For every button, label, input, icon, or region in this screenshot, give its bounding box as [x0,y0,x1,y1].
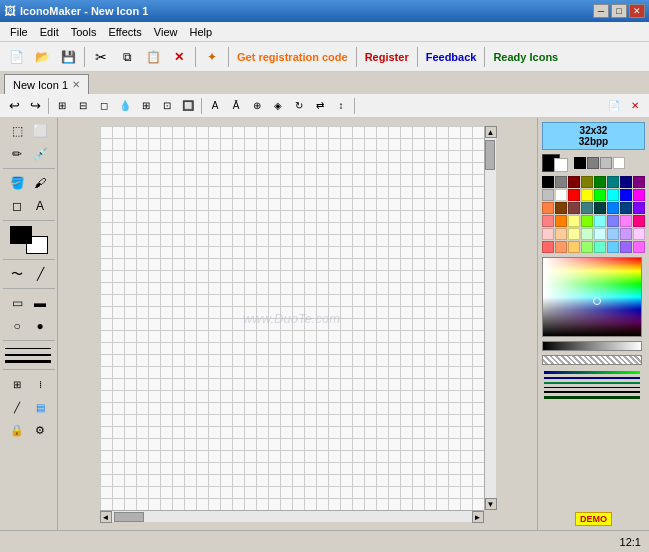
toolbar-cut[interactable]: ✂ [89,46,113,68]
palette-cell-0[interactable] [542,176,554,188]
transform-tool4[interactable]: ◈ [268,96,288,116]
select-rect-tool[interactable]: ⬚ [6,120,28,142]
vertical-scrollbar[interactable]: ▲ ▼ [484,126,496,510]
h-scroll-thumb[interactable] [114,512,144,522]
palette-cell-25[interactable] [555,215,567,227]
eraser-tool[interactable]: ◻ [6,195,28,217]
register-link[interactable]: Register [361,51,413,63]
toolbar-open[interactable]: 📂 [30,46,54,68]
palette-cell-40[interactable] [542,241,554,253]
transform-tool1[interactable]: A [205,96,225,116]
v-scroll-thumb[interactable] [485,140,495,170]
palette-cell-35[interactable] [581,228,593,240]
dots-tool[interactable]: ⁞ [29,373,51,395]
rect-fill-tool[interactable]: ▬ [29,292,51,314]
palette-cell-11[interactable] [581,189,593,201]
menu-view[interactable]: View [148,24,184,40]
palette-cell-9[interactable] [555,189,567,201]
scroll-down-btn[interactable]: ▼ [485,498,497,510]
transform-tool5[interactable]: ↻ [289,96,309,116]
line-sample-2[interactable] [544,377,640,379]
fg-color-swatch[interactable] [10,226,32,244]
palette-cell-5[interactable] [607,176,619,188]
tab-close-icon[interactable]: ✕ [72,79,80,90]
transform-tool7[interactable]: ↕ [331,96,351,116]
tab-icon1[interactable]: New Icon 1 ✕ [4,74,89,94]
view-tool6[interactable]: ⊡ [157,96,177,116]
toolbar-paste[interactable]: 📋 [141,46,165,68]
view-tool5[interactable]: ⊞ [136,96,156,116]
pencil-tool[interactable]: ✏ [6,143,28,165]
undo-button[interactable]: ↩ [4,96,24,116]
bg-box-tool[interactable]: ▤ [29,396,51,418]
ellipse-fill-tool[interactable]: ● [29,315,51,337]
palette-cell-20[interactable] [594,202,606,214]
toolbar-new[interactable]: 📄 [4,46,28,68]
redo-button[interactable]: ↪ [25,96,45,116]
palette-cell-37[interactable] [607,228,619,240]
view-tool4[interactable]: 💧 [115,96,135,116]
pixel-canvas[interactable]: www.DuoTe.com [100,126,484,510]
transform-tool2[interactable]: Ā [226,96,246,116]
line-sample-5[interactable] [544,391,640,393]
palette-gray[interactable] [587,157,599,169]
palette-cell-29[interactable] [607,215,619,227]
maximize-button[interactable]: □ [611,4,627,18]
toolbar-copy[interactable]: ⧉ [115,46,139,68]
curve-tool[interactable]: 〜 [6,263,28,285]
palette-cell-41[interactable] [555,241,567,253]
palette-cell-42[interactable] [568,241,580,253]
line-sample-4[interactable] [544,387,640,388]
palette-cell-4[interactable] [594,176,606,188]
menu-help[interactable]: Help [183,24,218,40]
line-width-3[interactable] [5,360,51,363]
paint-tool[interactable]: 🖌 [29,172,51,194]
palette-cell-47[interactable] [633,241,645,253]
line-sample-1[interactable] [544,371,640,374]
ready-icons-link[interactable]: Ready Icons [489,51,562,63]
toolbar-magic[interactable]: ✦ [200,46,224,68]
palette-cell-45[interactable] [607,241,619,253]
grayscale-bar[interactable] [542,341,642,351]
transform-tool6[interactable]: ⇄ [310,96,330,116]
scroll-up-btn[interactable]: ▲ [485,126,497,138]
palette-cell-16[interactable] [542,202,554,214]
menu-tools[interactable]: Tools [65,24,103,40]
line-sample-6[interactable] [544,396,640,399]
registration-link[interactable]: Get registration code [233,51,352,63]
transform-tool3[interactable]: ⊕ [247,96,267,116]
menu-effects[interactable]: Effects [102,24,147,40]
palette-cell-1[interactable] [555,176,567,188]
palette-cell-26[interactable] [568,215,580,227]
lock-tool[interactable]: 🔒 [6,419,28,441]
toolbar-save[interactable]: 💾 [56,46,80,68]
scroll-right-btn[interactable]: ► [472,511,484,523]
select-free-tool[interactable]: ⬜ [29,120,51,142]
eyedrop-tool[interactable]: 💉 [29,143,51,165]
line-tool[interactable]: ╱ [29,263,51,285]
palette-cell-2[interactable] [568,176,580,188]
palette-cell-19[interactable] [581,202,593,214]
text-tool[interactable]: A [29,195,51,217]
palette-cell-7[interactable] [633,176,645,188]
palette-cell-3[interactable] [581,176,593,188]
palette-cell-38[interactable] [620,228,632,240]
palette-white[interactable] [613,157,625,169]
rect-tool[interactable]: ▭ [6,292,28,314]
close-tool[interactable]: ✕ [625,96,645,116]
feedback-link[interactable]: Feedback [422,51,481,63]
palette-silver[interactable] [600,157,612,169]
palette-cell-36[interactable] [594,228,606,240]
palette-cell-15[interactable] [633,189,645,201]
palette-cell-24[interactable] [542,215,554,227]
stroke-tool[interactable]: ╱ [6,396,28,418]
palette-cell-6[interactable] [620,176,632,188]
settings-tool[interactable]: ⚙ [29,419,51,441]
palette-cell-23[interactable] [633,202,645,214]
palette-cell-28[interactable] [594,215,606,227]
palette-black[interactable] [574,157,586,169]
toolbar-delete[interactable]: ✕ [167,46,191,68]
palette-cell-17[interactable] [555,202,567,214]
menu-file[interactable]: File [4,24,34,40]
palette-cell-22[interactable] [620,202,632,214]
